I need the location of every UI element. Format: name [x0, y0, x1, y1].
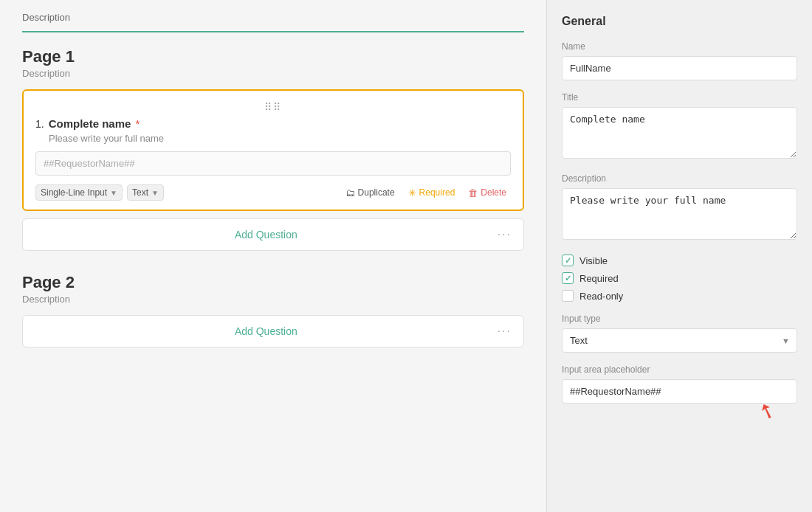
input-type-label: Input type	[562, 314, 797, 324]
description-textarea[interactable]: Please write your full name	[562, 188, 797, 240]
page1-add-question-dots[interactable]: ···	[498, 228, 512, 241]
description-bar: Description	[22, 0, 524, 32]
input-type-select[interactable]: Text	[562, 328, 797, 353]
format-label: Text	[132, 187, 148, 198]
duplicate-label: Duplicate	[358, 187, 395, 198]
page1-section: Page 1 Description ⠿⠿ 1. Complete name *…	[22, 47, 524, 251]
delete-icon: 🗑	[468, 187, 478, 198]
page1-add-question-button[interactable]: Add Question	[35, 229, 498, 241]
required-icon: ✳	[408, 187, 416, 198]
input-type-select-wrapper: Text ▼	[562, 328, 797, 353]
page2-add-question-dots[interactable]: ···	[498, 325, 512, 338]
readonly-checkbox[interactable]	[562, 290, 574, 302]
left-panel: Description Page 1 Description ⠿⠿ 1. Com…	[0, 0, 546, 512]
page2-section: Page 2 Description Add Question ···	[22, 273, 524, 347]
right-panel: General Name Title Complete name Descrip…	[546, 0, 812, 512]
visible-checkbox[interactable]	[562, 255, 574, 266]
description-bar-label: Description	[22, 12, 70, 23]
name-field-group: Name	[562, 41, 797, 80]
title-field-group: Title Complete name	[562, 92, 797, 162]
required-checkbox[interactable]	[562, 272, 574, 284]
title-textarea[interactable]: Complete name	[562, 107, 797, 159]
question-description-text: Please write your full name	[35, 133, 511, 144]
placeholder-label: Input area placeholder	[562, 364, 797, 375]
visible-label: Visible	[579, 255, 608, 266]
question-input-preview: ##RequestorName##	[35, 151, 511, 176]
page1-description: Description	[22, 68, 524, 79]
arrow-annotation: ➘	[562, 407, 797, 423]
duplicate-button[interactable]: 🗂 Duplicate	[341, 185, 399, 201]
required-label: Required	[419, 187, 455, 198]
question-title: Complete name	[49, 117, 131, 130]
page2-add-question-card: Add Question ···	[22, 315, 524, 347]
format-arrow: ▼	[151, 189, 159, 197]
readonly-label: Read-only	[579, 291, 623, 302]
page2-add-question-button[interactable]: Add Question	[35, 325, 498, 337]
title-label: Title	[562, 92, 797, 103]
visible-row: Visible	[562, 255, 797, 266]
name-label: Name	[562, 41, 797, 52]
question-toolbar: Single-Line Input ▼ Text ▼ 🗂 Duplicate ✳…	[35, 184, 511, 201]
input-type-arrow: ▼	[110, 189, 117, 197]
page2-description: Description	[22, 294, 524, 305]
input-type-label: Single-Line Input	[41, 187, 107, 198]
delete-label: Delete	[481, 187, 506, 198]
drag-handle[interactable]: ⠿⠿	[35, 101, 511, 113]
required-star: *	[135, 117, 140, 130]
question-number: 1.	[35, 118, 44, 130]
duplicate-icon: 🗂	[345, 187, 355, 198]
panel-title: General	[562, 15, 797, 28]
page1-add-question-card: Add Question ···	[22, 218, 524, 251]
input-type-select[interactable]: Single-Line Input ▼	[35, 184, 123, 201]
description-field-group: Description Please write your full name	[562, 173, 797, 243]
name-input[interactable]	[562, 56, 797, 80]
question-card: ⠿⠿ 1. Complete name * Please write your …	[22, 89, 524, 211]
required-button[interactable]: ✳ Required	[404, 185, 460, 201]
readonly-row: Read-only	[562, 290, 797, 302]
format-select[interactable]: Text ▼	[127, 184, 164, 201]
page2-title: Page 2	[22, 273, 524, 292]
required-checkbox-label: Required	[579, 273, 619, 284]
description-label: Description	[562, 173, 797, 184]
question-header: 1. Complete name *	[35, 117, 511, 130]
placeholder-field-group: Input area placeholder ➘	[562, 364, 797, 423]
delete-button[interactable]: 🗑 Delete	[464, 185, 511, 201]
input-type-field-group: Input type Text ▼	[562, 314, 797, 353]
checkbox-group: Visible Required Read-only	[562, 255, 797, 302]
required-row: Required	[562, 272, 797, 284]
page1-title: Page 1	[22, 47, 524, 66]
